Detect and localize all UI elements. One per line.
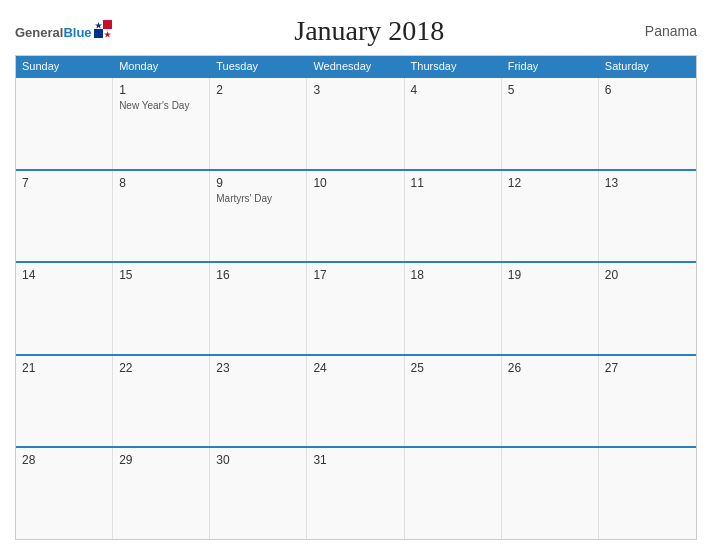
day-cell-jan2: 2 <box>210 78 307 169</box>
day-number: 3 <box>313 83 397 97</box>
day-cell-jan25: 25 <box>405 356 502 447</box>
week-row-1: 1 New Year's Day 2 3 4 5 6 <box>16 76 696 169</box>
day-cell-jan10: 10 <box>307 171 404 262</box>
svg-rect-2 <box>94 29 103 38</box>
day-number: 4 <box>411 83 495 97</box>
day-cell-jan14: 14 <box>16 263 113 354</box>
header-saturday: Saturday <box>599 56 696 76</box>
day-number: 20 <box>605 268 690 282</box>
country-name: Panama <box>627 23 697 39</box>
day-cell-jan24: 24 <box>307 356 404 447</box>
day-number: 19 <box>508 268 592 282</box>
logo-general-text: General <box>15 25 63 40</box>
day-cell-jan6: 6 <box>599 78 696 169</box>
day-cell-jan12: 12 <box>502 171 599 262</box>
header-thursday: Thursday <box>405 56 502 76</box>
day-cell-jan31: 31 <box>307 448 404 539</box>
day-cell-jan9: 9 Martyrs' Day <box>210 171 307 262</box>
day-number: 11 <box>411 176 495 190</box>
day-cell-jan15: 15 <box>113 263 210 354</box>
day-number: 30 <box>216 453 300 467</box>
day-cell-jan7: 7 <box>16 171 113 262</box>
day-number: 9 <box>216 176 300 190</box>
day-number: 13 <box>605 176 690 190</box>
week-row-3: 14 15 16 17 18 19 20 <box>16 261 696 354</box>
day-cell-jan11: 11 <box>405 171 502 262</box>
day-number: 14 <box>22 268 106 282</box>
day-number: 15 <box>119 268 203 282</box>
svg-rect-1 <box>103 20 112 29</box>
day-number: 6 <box>605 83 690 97</box>
header-wednesday: Wednesday <box>307 56 404 76</box>
day-number: 8 <box>119 176 203 190</box>
day-number: 28 <box>22 453 106 467</box>
day-cell-empty <box>405 448 502 539</box>
day-event-newyear: New Year's Day <box>119 99 203 112</box>
day-cell-jan27: 27 <box>599 356 696 447</box>
day-number: 31 <box>313 453 397 467</box>
day-cell-empty <box>502 448 599 539</box>
day-cell-empty <box>599 448 696 539</box>
day-event-martyrs: Martyrs' Day <box>216 192 300 205</box>
day-number: 25 <box>411 361 495 375</box>
day-number: 12 <box>508 176 592 190</box>
day-cell-jan5: 5 <box>502 78 599 169</box>
day-cell-jan3: 3 <box>307 78 404 169</box>
day-number: 17 <box>313 268 397 282</box>
day-number: 7 <box>22 176 106 190</box>
day-cell-jan30: 30 <box>210 448 307 539</box>
day-number: 29 <box>119 453 203 467</box>
day-cell-empty <box>16 78 113 169</box>
day-number: 1 <box>119 83 203 97</box>
day-headers-row: Sunday Monday Tuesday Wednesday Thursday… <box>16 56 696 76</box>
day-number: 27 <box>605 361 690 375</box>
weeks-container: 1 New Year's Day 2 3 4 5 6 <box>16 76 696 539</box>
day-number: 10 <box>313 176 397 190</box>
day-cell-jan22: 22 <box>113 356 210 447</box>
day-cell-jan16: 16 <box>210 263 307 354</box>
day-cell-jan26: 26 <box>502 356 599 447</box>
day-number: 18 <box>411 268 495 282</box>
day-cell-jan4: 4 <box>405 78 502 169</box>
header-tuesday: Tuesday <box>210 56 307 76</box>
day-number: 24 <box>313 361 397 375</box>
day-cell-jan13: 13 <box>599 171 696 262</box>
day-cell-jan23: 23 <box>210 356 307 447</box>
calendar-title: January 2018 <box>112 15 627 47</box>
day-cell-jan17: 17 <box>307 263 404 354</box>
week-row-4: 21 22 23 24 25 26 27 <box>16 354 696 447</box>
week-row-5: 28 29 30 31 <box>16 446 696 539</box>
day-number: 26 <box>508 361 592 375</box>
day-cell-jan1: 1 New Year's Day <box>113 78 210 169</box>
day-cell-jan8: 8 <box>113 171 210 262</box>
week-row-2: 7 8 9 Martyrs' Day 10 11 12 <box>16 169 696 262</box>
calendar-container: General Blue January 2018 Panama Sunday … <box>0 0 712 550</box>
header-sunday: Sunday <box>16 56 113 76</box>
header-monday: Monday <box>113 56 210 76</box>
logo-blue-text: Blue <box>63 25 91 40</box>
logo: General Blue <box>15 22 112 40</box>
day-cell-jan19: 19 <box>502 263 599 354</box>
day-cell-jan21: 21 <box>16 356 113 447</box>
day-number: 22 <box>119 361 203 375</box>
logo-flag-icon <box>94 20 112 38</box>
day-cell-jan28: 28 <box>16 448 113 539</box>
day-number: 23 <box>216 361 300 375</box>
calendar-header: General Blue January 2018 Panama <box>15 10 697 55</box>
day-cell-jan29: 29 <box>113 448 210 539</box>
day-number: 5 <box>508 83 592 97</box>
day-cell-jan20: 20 <box>599 263 696 354</box>
header-friday: Friday <box>502 56 599 76</box>
day-number: 21 <box>22 361 106 375</box>
day-number: 2 <box>216 83 300 97</box>
day-number: 16 <box>216 268 300 282</box>
calendar-grid: Sunday Monday Tuesday Wednesday Thursday… <box>15 55 697 540</box>
day-cell-jan18: 18 <box>405 263 502 354</box>
